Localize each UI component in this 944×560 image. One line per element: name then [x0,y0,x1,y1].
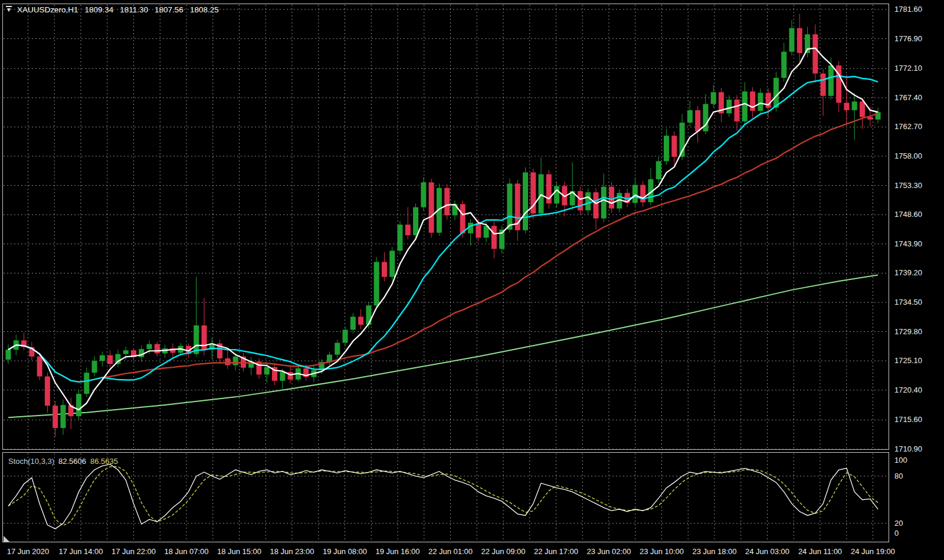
stochastic-indicator-label: Stoch(10,3,3) 82.5606 86.5635 [8,457,118,466]
price-axis-label: 1739.20 [894,268,922,277]
indicator-d-value: 86.5635 [90,457,118,466]
price-axis-label: 1758.00 [894,151,922,160]
chart-marker-icon[interactable]: ▼ [6,6,12,13]
ohlc-close: 1808.25 [190,5,219,14]
price-axis-label: 1743.90 [894,239,922,248]
time-axis-label: 17 Jun 2020 [7,547,50,556]
price-axis-label: 1715.60 [894,415,922,424]
ohlc-open: 1809.34 [84,5,113,14]
price-axis-label: 1767.40 [894,93,922,102]
main-chart-panel[interactable] [2,4,889,450]
chart-title: ▼ XAUUSDzero,H1 1809.34 1811.30 1807.56 … [6,5,219,14]
time-axis-label: 24 Jun 19:00 [851,547,895,556]
price-axis-label: 1762.70 [894,122,922,131]
time-axis-label: 17 Jun 22:00 [112,547,156,556]
time-axis-label: 17 Jun 14:00 [58,547,103,556]
price-axis-label: 1776.90 [894,34,922,43]
stochastic-panel[interactable] [2,452,889,542]
time-axis-label: 18 Jun 07:00 [164,547,208,556]
time-axis-label: 23 Jun 18:00 [692,547,736,556]
time-axis-label: 18 Jun 15:00 [217,547,261,556]
ohlc-low: 1807.56 [155,5,183,14]
time-axis-label: 24 Jun 11:00 [798,547,842,556]
price-axis-label: 1725.10 [894,356,922,365]
price-axis-label: 1772.10 [894,64,922,73]
stoch-axis-label: 0 [894,529,899,538]
price-axis-label: 1781.60 [894,5,922,14]
price-axis-label: 1720.40 [894,386,922,394]
price-axis-label: 1734.50 [894,298,922,307]
time-axis-label: 24 Jun 03:00 [745,547,789,556]
ohlc-high: 1811.30 [120,5,148,14]
symbol-period-label: XAUUSDzero,H1 [17,5,78,14]
stoch-axis-label: 20 [894,519,903,528]
time-axis-label: 19 Jun 08:00 [323,547,367,556]
price-axis-label: 1753.30 [894,181,922,190]
stoch-axis-label: 80 [894,472,903,480]
time-axis-label: 22 Jun 01:00 [428,547,473,556]
time-axis-label: 18 Jun 23:00 [270,547,314,556]
price-axis-label: 1748.60 [894,210,922,219]
indicator-k-value: 82.5606 [58,457,86,466]
price-axis-label: 1710.90 [894,444,922,453]
time-axis-label: 23 Jun 02:00 [586,547,631,556]
time-axis-label: 19 Jun 16:00 [375,547,419,556]
panel-resize-grip[interactable] [4,536,9,542]
time-axis-label: 22 Jun 17:00 [534,547,578,556]
trading-chart-window: ▼ XAUUSDzero,H1 1809.34 1811.30 1807.56 … [0,0,944,560]
stoch-axis-label: 100 [894,456,907,465]
time-axis-label: 23 Jun 10:00 [640,547,684,556]
time-axis-label: 22 Jun 09:00 [481,547,525,556]
indicator-name: Stoch(10,3,3) [8,457,54,466]
price-axis-label: 1729.80 [894,327,922,336]
